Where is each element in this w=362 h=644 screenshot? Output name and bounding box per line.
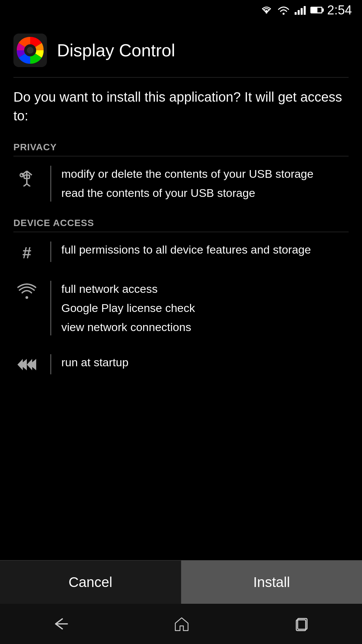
perm-divider-usb	[50, 166, 51, 202]
wifi-status-icon	[260, 5, 273, 15]
usb-perm-text: modify or delete the contents of your US…	[61, 166, 349, 202]
network-perm-line-2: Google Play license check	[61, 300, 349, 316]
svg-point-0	[266, 12, 267, 14]
network-wifi-icon	[13, 281, 40, 300]
status-icons: 2:54	[260, 3, 352, 17]
privacy-section-header: PRIVACY	[13, 139, 349, 156]
network-perm-line-1: full network access	[61, 281, 349, 297]
wifi-signal-icon	[277, 5, 290, 15]
back-button[interactable]	[52, 617, 69, 631]
full-perm-text: full permissions to all device features …	[61, 241, 349, 258]
privacy-section: PRIVACY modify or delete the contents of…	[13, 139, 349, 211]
full-perm-line-1: full permissions to all device features …	[61, 241, 349, 258]
battery-icon	[310, 7, 322, 13]
usb-permission-item: modify or delete the contents of your US…	[13, 156, 349, 211]
startup-permissions-item: run at startup	[13, 345, 349, 384]
install-button[interactable]: Install	[181, 560, 362, 604]
svg-point-12	[25, 296, 28, 299]
full-permissions-item: # full permissions to all device feature…	[13, 232, 349, 271]
app-header: Display Control	[13, 34, 349, 77]
startup-perm-line-1: run at startup	[61, 354, 349, 371]
svg-line-10	[23, 184, 27, 186]
network-permissions-item: full network access Google Play license …	[13, 271, 349, 345]
usb-perm-line-2: read the contents of your USB storage	[61, 185, 349, 201]
svg-point-1	[283, 13, 285, 15]
status-bar: 2:54	[0, 0, 362, 20]
cancel-button[interactable]: Cancel	[0, 560, 181, 604]
startup-icon	[13, 354, 40, 373]
status-time: 2:54	[327, 3, 352, 17]
svg-point-4	[27, 47, 34, 54]
perm-divider-network	[50, 281, 51, 336]
app-icon-image	[15, 36, 45, 65]
recents-button[interactable]	[294, 616, 310, 631]
device-access-section-header: DEVICE ACCESS	[13, 214, 349, 232]
home-button[interactable]	[174, 616, 189, 631]
app-icon	[13, 34, 47, 67]
network-perm-text: full network access Google Play license …	[61, 281, 349, 336]
nav-bar	[0, 604, 362, 644]
startup-perm-text: run at startup	[61, 354, 349, 371]
usb-icon	[13, 166, 40, 186]
install-prompt: Do you want to install this application?…	[13, 77, 349, 135]
device-access-section: DEVICE ACCESS # full permissions to all …	[13, 214, 349, 384]
network-perm-line-3: view network connections	[61, 319, 349, 335]
svg-line-11	[27, 184, 30, 186]
bottom-buttons: Cancel Install	[0, 560, 362, 604]
perm-divider-hash	[50, 241, 51, 262]
svg-line-7	[27, 171, 32, 175]
usb-perm-line-1: modify or delete the contents of your US…	[61, 166, 349, 182]
perm-divider-startup	[50, 354, 51, 374]
hash-icon: #	[13, 241, 40, 262]
app-title: Display Control	[57, 40, 175, 60]
signal-bars-icon	[295, 5, 306, 15]
